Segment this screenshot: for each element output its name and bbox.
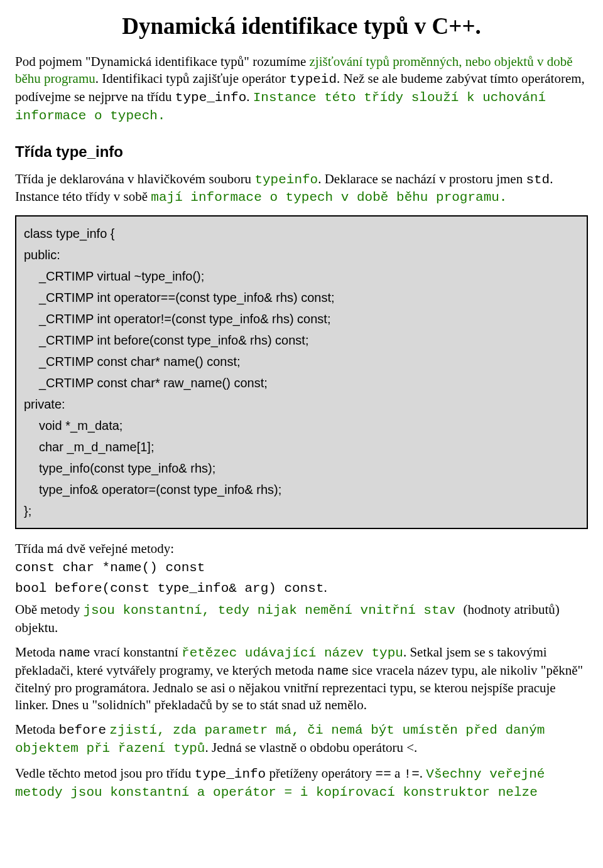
code-line: _CRTIMP int operator==(const type_info& … [24,287,579,308]
paragraph: Metoda name vrací konstantní řetězec udá… [15,644,588,714]
code-line: _CRTIMP int operator!=(const type_info& … [24,308,579,330]
paragraph: Vedle těchto metod jsou pro třídu type_i… [15,765,588,801]
text: . [420,766,426,781]
page-title: Dynamická identifikace typů v C++. [15,11,588,41]
paragraph: Obě metody jsou konstantní, tedy nijak n… [15,601,588,636]
text: a [391,766,404,781]
highlight-code: mají informace o typech v době běhu prog… [151,190,507,205]
code-line: private: [24,394,579,415]
text: . Deklarace se nachází v prostoru jmen [318,171,526,186]
text: vrací konstantní [90,645,182,660]
code-inline: bool before(const type_info& arg) const [15,581,323,596]
code-inline: type_info [195,767,266,781]
text: Metoda [15,645,58,660]
method-signature: const char *name() const [15,560,588,577]
highlight-code: typeinfo [254,173,318,187]
text: Pod pojmem "Dynamická identifikace typů"… [15,54,310,69]
highlight-code: jsou konstantní, tedy nijak nemění vnitř… [83,603,463,618]
text: . [246,89,253,104]
intro-paragraph: Pod pojmem "Dynamická identifikace typů"… [15,53,588,125]
paragraph: Metoda before zjistí, zda parametr má, č… [15,721,588,758]
text: . Jedná se vlastně o obdobu operátoru <. [205,740,417,755]
section-heading: Třída type_info [15,142,588,162]
code-line: _CRTIMP int before(const type_info& rhs)… [24,330,579,351]
code-line: type_info& operator=(const type_info& rh… [24,479,579,500]
code-line: _CRTIMP virtual ~type_info(); [24,265,579,287]
text: . [323,580,327,595]
code-line: }; [24,500,579,522]
text: přetíženy operátory [266,766,375,781]
highlight-code: řetězec udávající název typu [182,646,403,660]
code-inline: name [317,664,349,678]
code-line: _CRTIMP const char* raw_name() const; [24,372,579,394]
code-inline: before [58,723,106,737]
code-inline: std [526,173,550,187]
text: Vedle těchto metod jsou pro třídu [15,766,195,781]
section-paragraph: Třída je deklarována v hlavičkovém soubo… [15,171,588,207]
method-signature: bool before(const type_info& arg) const. [15,579,588,597]
code-line: _CRTIMP const char* name() const; [24,351,579,372]
code-inline: type_info [175,90,246,105]
code-line: void *_m_data; [24,415,579,436]
code-line: public: [24,244,579,265]
code-line: char _m_d_name[1]; [24,436,579,458]
code-inline: == [376,767,391,781]
code-inline: name [58,646,90,660]
code-inline: != [404,767,420,781]
text: Obě metody [15,602,83,617]
code-block: class type_info { public: _CRTIMP virtua… [15,215,588,529]
code-inline: typeid [289,72,337,87]
text: Třída je deklarována v hlavičkovém soubo… [15,171,254,186]
paragraph: Třída má dvě veřejné metody: [15,540,588,557]
text: Metoda [15,722,58,737]
code-line: class type_info { [24,223,579,244]
code-line: type_info(const type_info& rhs); [24,458,579,479]
text: . Identifikaci typů zajišťuje operátor [95,71,290,86]
